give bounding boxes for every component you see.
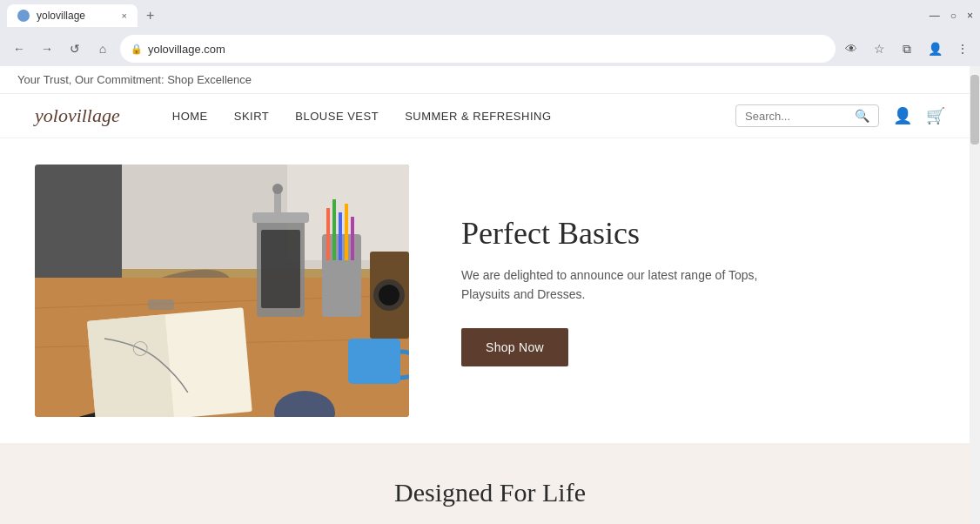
designed-section: Designed For Life: [0, 443, 980, 524]
svg-rect-15: [332, 199, 336, 260]
maximize-button[interactable]: ○: [950, 10, 957, 22]
tab-favicon: [17, 10, 30, 22]
close-button[interactable]: ×: [967, 10, 973, 22]
eye-icon[interactable]: 👁: [841, 38, 862, 59]
forward-button[interactable]: →: [35, 37, 59, 61]
main-nav: yolovillage HOME SKIRT BLOUSE VEST SUMME…: [0, 94, 980, 138]
account-icon[interactable]: 👤: [893, 106, 912, 125]
nav-right: 🔍 👤 🛒: [735, 104, 945, 127]
scrollbar-thumb[interactable]: [970, 75, 979, 144]
site-logo[interactable]: yolovillage: [35, 104, 120, 127]
hero-text: Perfect Basics We are delighted to annou…: [461, 215, 945, 367]
svg-rect-11: [274, 191, 281, 217]
back-button[interactable]: ←: [7, 37, 31, 61]
cart-icon[interactable]: 🛒: [926, 106, 945, 125]
reload-button[interactable]: ↺: [63, 37, 87, 61]
nav-links: HOME SKIRT BLOUSE VEST SUMMER & REFRESHI…: [172, 110, 552, 123]
svg-rect-28: [87, 314, 174, 417]
scrollbar[interactable]: [970, 66, 980, 524]
svg-rect-31: [348, 339, 400, 384]
extensions-icon[interactable]: ⧉: [896, 38, 917, 59]
bookmark-icon[interactable]: ☆: [869, 38, 889, 59]
search-bar[interactable]: 🔍: [735, 104, 879, 127]
menu-icon[interactable]: ⋮: [952, 38, 973, 59]
home-button[interactable]: ⌂: [91, 37, 115, 61]
search-input[interactable]: [745, 110, 849, 123]
svg-rect-18: [351, 217, 354, 260]
profile-icon[interactable]: 👤: [924, 38, 945, 59]
designed-title: Designed For Life: [35, 478, 945, 507]
new-tab-button[interactable]: +: [141, 8, 159, 24]
announcement-text: Your Trust, Our Commitment: Shop Excelle…: [17, 73, 252, 86]
tab-close-button[interactable]: ×: [122, 10, 127, 21]
nav-link-summer-refreshing[interactable]: SUMMER & REFRESHING: [405, 110, 551, 123]
hero-image: [35, 165, 409, 417]
hero-section: Perfect Basics We are delighted to annou…: [0, 138, 980, 443]
svg-rect-17: [345, 204, 348, 260]
browser-tab[interactable]: yolovillage ×: [7, 4, 138, 27]
svg-point-21: [379, 285, 399, 306]
search-icon[interactable]: 🔍: [855, 109, 869, 123]
svg-point-12: [272, 184, 283, 194]
svg-rect-32: [148, 299, 174, 310]
svg-rect-14: [326, 208, 330, 260]
hero-description: We are delighted to announce our latest …: [461, 265, 809, 305]
svg-rect-9: [261, 230, 300, 308]
address-text: yolovillage.com: [148, 43, 825, 56]
tab-title: yolovillage: [37, 10, 85, 22]
hero-title: Perfect Basics: [461, 215, 945, 252]
address-lock-icon: 🔒: [131, 44, 143, 55]
svg-rect-16: [339, 212, 342, 260]
nav-link-skirt[interactable]: SKIRT: [234, 110, 270, 123]
minimize-button[interactable]: —: [930, 10, 940, 22]
shop-now-button[interactable]: Shop Now: [461, 328, 568, 366]
address-bar[interactable]: 🔒 yolovillage.com: [120, 35, 836, 63]
announcement-bar: Your Trust, Our Commitment: Shop Excelle…: [0, 66, 980, 94]
hero-desk-scene: [35, 165, 409, 417]
nav-link-home[interactable]: HOME: [172, 110, 208, 123]
nav-link-blouse-vest[interactable]: BLOUSE VEST: [295, 110, 379, 123]
